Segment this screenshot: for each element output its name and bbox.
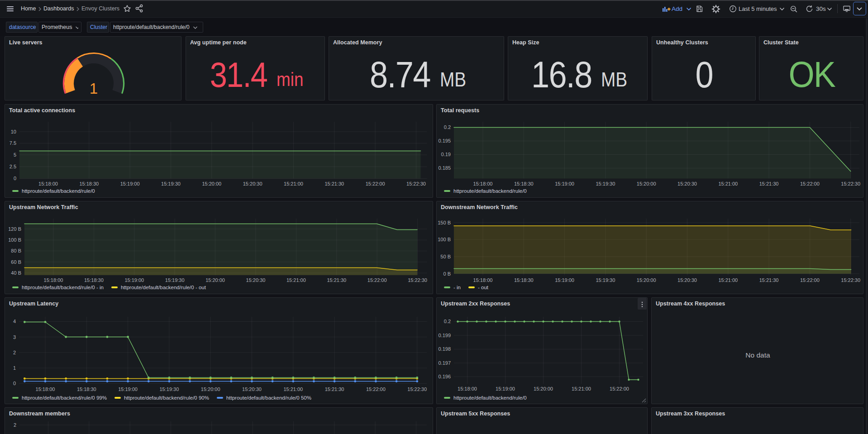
- svg-text:100 B: 100 B: [8, 237, 21, 243]
- svg-text:15:20:30: 15:20:30: [246, 277, 266, 283]
- svg-text:1: 1: [90, 80, 98, 97]
- svg-text:0.2: 0.2: [444, 319, 451, 324]
- svg-text:15:21:30: 15:21:30: [759, 181, 779, 186]
- svg-text:15:22:30: 15:22:30: [407, 386, 427, 392]
- svg-text:2: 2: [13, 350, 16, 355]
- svg-text:15:22:00: 15:22:00: [366, 181, 385, 186]
- svg-text:15:19:00: 15:19:00: [124, 277, 144, 283]
- svg-text:15:21:30: 15:21:30: [325, 386, 344, 392]
- svg-text:15:20:00: 15:20:00: [202, 181, 221, 186]
- svg-text:15:22:30: 15:22:30: [406, 181, 426, 186]
- svg-text:15:19:00: 15:19:00: [555, 181, 574, 186]
- svg-text:15:22:30: 15:22:30: [841, 277, 860, 283]
- svg-text:15:22:00: 15:22:00: [366, 386, 386, 392]
- svg-text:10: 10: [11, 129, 16, 134]
- svg-text:15:21:00: 15:21:00: [284, 181, 303, 186]
- svg-text:15:21:00: 15:21:00: [718, 277, 738, 283]
- svg-text:15:22:30: 15:22:30: [408, 277, 427, 283]
- svg-text:15:22:00: 15:22:00: [367, 277, 387, 283]
- svg-text:7.5: 7.5: [10, 140, 16, 146]
- svg-text:150 B: 150 B: [438, 220, 451, 225]
- svg-text:4: 4: [13, 319, 16, 324]
- svg-text:15:21:00: 15:21:00: [718, 181, 738, 186]
- svg-text:5: 5: [14, 152, 16, 157]
- svg-text:80 B: 80 B: [11, 248, 21, 253]
- svg-text:3: 3: [13, 334, 16, 340]
- svg-text:15:18:00: 15:18:00: [38, 181, 58, 186]
- svg-text:15:20:30: 15:20:30: [242, 386, 262, 392]
- svg-text:15:21:30: 15:21:30: [759, 277, 779, 283]
- svg-text:15:19:00: 15:19:00: [118, 386, 138, 392]
- svg-text:15:21:30: 15:21:30: [327, 277, 346, 283]
- svg-text:15:21:00: 15:21:00: [283, 386, 303, 392]
- svg-text:0: 0: [13, 381, 16, 386]
- svg-text:15:21:30: 15:21:30: [324, 181, 344, 186]
- svg-text:0.2: 0.2: [444, 124, 451, 130]
- svg-text:15:21:00: 15:21:00: [572, 386, 591, 391]
- svg-text:15:20:00: 15:20:00: [205, 277, 225, 283]
- svg-text:2.5: 2.5: [10, 164, 16, 169]
- svg-text:15:22:00: 15:22:00: [610, 386, 629, 391]
- svg-text:15:20:30: 15:20:30: [243, 181, 262, 186]
- svg-text:15:20:00: 15:20:00: [637, 181, 656, 186]
- svg-text:0.197: 0.197: [438, 360, 451, 366]
- svg-text:15:18:00: 15:18:00: [458, 386, 477, 391]
- svg-text:15:20:30: 15:20:30: [677, 277, 697, 283]
- svg-text:15:20:00: 15:20:00: [534, 386, 553, 391]
- svg-text:100 B: 100 B: [438, 237, 451, 242]
- svg-text:60 B: 60 B: [11, 259, 21, 265]
- svg-text:15:22:00: 15:22:00: [800, 277, 820, 283]
- svg-text:15:19:30: 15:19:30: [165, 277, 185, 283]
- svg-text:0.198: 0.198: [438, 346, 451, 352]
- svg-text:15:19:00: 15:19:00: [120, 181, 140, 186]
- svg-text:50 B: 50 B: [440, 254, 451, 259]
- svg-text:15:19:30: 15:19:30: [596, 277, 615, 283]
- svg-text:15:18:00: 15:18:00: [473, 277, 493, 283]
- svg-text:15:18:00: 15:18:00: [473, 181, 493, 186]
- svg-text:120 B: 120 B: [8, 226, 21, 232]
- svg-text:15:20:00: 15:20:00: [637, 277, 656, 283]
- svg-text:0.195: 0.195: [438, 138, 451, 143]
- svg-text:0.185: 0.185: [438, 165, 451, 171]
- svg-text:40 B: 40 B: [11, 270, 21, 276]
- svg-text:1: 1: [13, 365, 16, 371]
- svg-text:15:18:30: 15:18:30: [77, 386, 96, 392]
- svg-text:15:18:30: 15:18:30: [84, 277, 104, 283]
- svg-text:15:20:30: 15:20:30: [677, 181, 697, 186]
- svg-text:15:19:30: 15:19:30: [596, 181, 615, 186]
- svg-text:15:18:30: 15:18:30: [79, 181, 99, 186]
- svg-text:15:20:00: 15:20:00: [201, 386, 220, 392]
- svg-text:0.19: 0.19: [441, 152, 451, 157]
- svg-text:0: 0: [14, 176, 16, 181]
- svg-text:2: 2: [14, 422, 16, 428]
- svg-text:15:19:30: 15:19:30: [159, 386, 179, 392]
- svg-text:0.199: 0.199: [438, 333, 451, 338]
- svg-text:15:19:30: 15:19:30: [161, 181, 181, 186]
- svg-text:15:19:00: 15:19:00: [555, 277, 574, 283]
- svg-text:15:19:00: 15:19:00: [496, 386, 515, 391]
- svg-text:0 B: 0 B: [443, 271, 451, 277]
- svg-text:15:18:00: 15:18:00: [44, 277, 63, 283]
- svg-text:15:21:00: 15:21:00: [286, 277, 306, 283]
- svg-text:15:22:00: 15:22:00: [800, 181, 820, 186]
- svg-text:15:22:30: 15:22:30: [841, 181, 860, 186]
- svg-text:15:18:30: 15:18:30: [514, 181, 534, 186]
- svg-text:15:18:30: 15:18:30: [514, 277, 534, 283]
- svg-text:0.196: 0.196: [438, 374, 451, 379]
- svg-text:15:18:00: 15:18:00: [36, 386, 55, 392]
